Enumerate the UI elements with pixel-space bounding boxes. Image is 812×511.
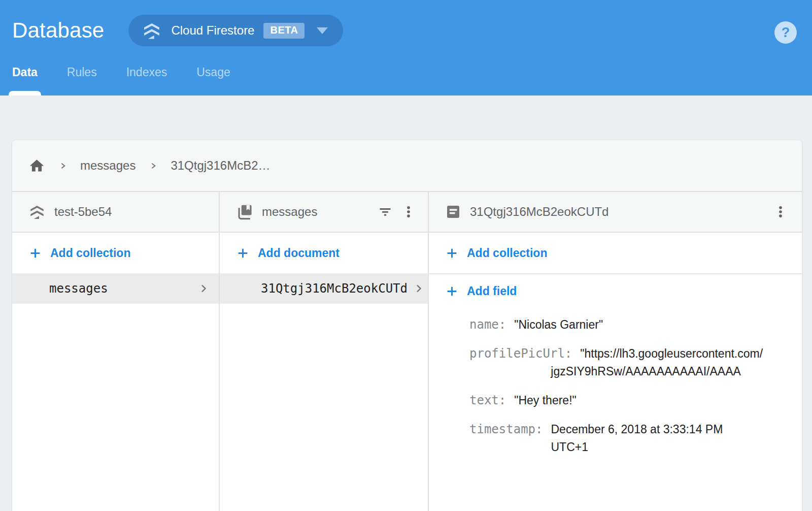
plus-icon bbox=[236, 246, 250, 260]
database-column-header: test-5be54 bbox=[12, 192, 219, 233]
collection-column: messages bbox=[220, 192, 429, 511]
field-name: profilePicUrl: bbox=[469, 345, 572, 363]
breadcrumb: messages 31Qtgj316McB2… bbox=[12, 140, 802, 192]
firestore-logo-icon bbox=[142, 20, 162, 41]
chevron-right-icon bbox=[149, 162, 157, 170]
collection-name: messages bbox=[49, 281, 197, 296]
tab-rules[interactable]: Rules bbox=[67, 49, 97, 95]
add-field-label: Add field bbox=[467, 284, 517, 298]
field-row-profilePicUrl[interactable]: profilePicUrl: "https://lh3.googleuserco… bbox=[469, 345, 802, 380]
beta-badge: BETA bbox=[263, 23, 304, 39]
field-value-line: "Hey there!" bbox=[514, 392, 576, 409]
tab-rules-label: Rules bbox=[67, 66, 97, 79]
field-value: "Nicolas Garnier" bbox=[514, 316, 603, 334]
plus-icon bbox=[445, 284, 459, 298]
field-row-timestamp[interactable]: timestamp: December 6, 2018 at 3:33:14 P… bbox=[469, 421, 802, 456]
active-tab-indicator bbox=[9, 91, 41, 95]
document-column: 31Qtgj316McB2eokCUTd Add collection bbox=[429, 192, 802, 511]
add-document-button[interactable]: Add document bbox=[220, 233, 428, 273]
database-title: test-5be54 bbox=[54, 205, 207, 219]
explorer-columns: test-5be54 Add collection messages bbox=[12, 192, 802, 511]
collection-title: messages bbox=[262, 205, 378, 219]
field-value-line: "https://lh3.googleusercontent.com/ bbox=[580, 345, 763, 363]
field-value: "Hey there!" bbox=[514, 392, 576, 409]
add-subcollection-button[interactable]: Add collection bbox=[429, 233, 802, 274]
field-value-line: UTC+1 bbox=[551, 438, 723, 456]
more-vert-icon[interactable] bbox=[401, 205, 416, 219]
plus-icon bbox=[445, 246, 459, 260]
firestore-database-icon bbox=[28, 203, 46, 220]
collection-list-item-messages[interactable]: messages bbox=[12, 273, 219, 304]
tab-indexes-label: Indexes bbox=[126, 66, 167, 79]
chevron-down-icon bbox=[317, 27, 328, 34]
field-value-line: jgzSIY9hRSw/AAAAAAAAAAI/AAAA bbox=[551, 363, 763, 380]
document-title: 31Qtgj316McB2eokCUTd bbox=[470, 205, 773, 219]
field-name: timestamp: bbox=[469, 421, 543, 438]
document-icon bbox=[445, 204, 461, 220]
document-column-header: 31Qtgj316McB2eokCUTd bbox=[429, 192, 802, 233]
add-collection-button[interactable]: Add collection bbox=[12, 233, 219, 273]
product-label: Cloud Firestore bbox=[171, 23, 254, 38]
tab-data-label: Data bbox=[12, 66, 38, 79]
page-title: Database bbox=[12, 18, 104, 43]
add-subcollection-label: Add collection bbox=[467, 246, 547, 260]
filter-icon[interactable] bbox=[378, 205, 392, 219]
field-name: name: bbox=[469, 316, 506, 334]
firestore-data-panel: messages 31Qtgj316McB2… test-5be54 bbox=[12, 140, 802, 511]
field-value-line: December 6, 2018 at 3:33:14 PM bbox=[551, 421, 723, 438]
app-header: Database Cloud Firestore BETA ? Data Rul… bbox=[0, 0, 812, 95]
tab-usage-label: Usage bbox=[196, 66, 230, 79]
breadcrumb-document[interactable]: 31Qtgj316McB2… bbox=[171, 158, 270, 173]
tab-bar: Data Rules Indexes Usage bbox=[0, 49, 812, 95]
chevron-right-icon bbox=[197, 282, 210, 295]
tab-data[interactable]: Data bbox=[12, 49, 38, 95]
header-top-row: Database Cloud Firestore BETA ? bbox=[0, 0, 812, 49]
home-icon[interactable] bbox=[28, 157, 45, 174]
field-value-line: "Nicolas Garnier" bbox=[514, 316, 603, 334]
chevron-right-icon bbox=[413, 282, 425, 295]
field-row-text[interactable]: text: "Hey there!" bbox=[469, 392, 802, 409]
field-list: name: "Nicolas Garnier" profilePicUrl: "… bbox=[429, 308, 802, 456]
question-mark-icon: ? bbox=[782, 25, 790, 41]
product-selector[interactable]: Cloud Firestore BETA bbox=[128, 15, 343, 46]
document-id: 31Qtgj316McB2eokCUTd bbox=[261, 281, 408, 296]
field-name: text: bbox=[469, 392, 506, 409]
tab-indexes[interactable]: Indexes bbox=[126, 49, 167, 95]
tab-usage[interactable]: Usage bbox=[196, 49, 230, 95]
field-row-name[interactable]: name: "Nicolas Garnier" bbox=[469, 316, 802, 334]
collection-icon bbox=[236, 203, 253, 220]
document-header-actions bbox=[773, 205, 788, 219]
breadcrumb-collection[interactable]: messages bbox=[80, 158, 136, 173]
collection-column-header: messages bbox=[220, 192, 428, 233]
chevron-right-icon bbox=[58, 162, 67, 170]
more-vert-icon[interactable] bbox=[773, 205, 788, 219]
plus-icon bbox=[28, 246, 42, 260]
field-value: December 6, 2018 at 3:33:14 PM UTC+1 bbox=[551, 421, 723, 456]
add-document-label: Add document bbox=[258, 246, 340, 260]
field-value: "https://lh3.googleusercontent.com/ jgzS… bbox=[580, 345, 763, 380]
help-button[interactable]: ? bbox=[774, 21, 797, 44]
add-field-button[interactable]: Add field bbox=[429, 274, 802, 308]
document-list-item[interactable]: 31Qtgj316McB2eokCUTd bbox=[220, 273, 428, 304]
collection-header-actions bbox=[378, 205, 416, 219]
add-collection-label: Add collection bbox=[50, 246, 130, 260]
database-column: test-5be54 Add collection messages bbox=[12, 192, 220, 511]
